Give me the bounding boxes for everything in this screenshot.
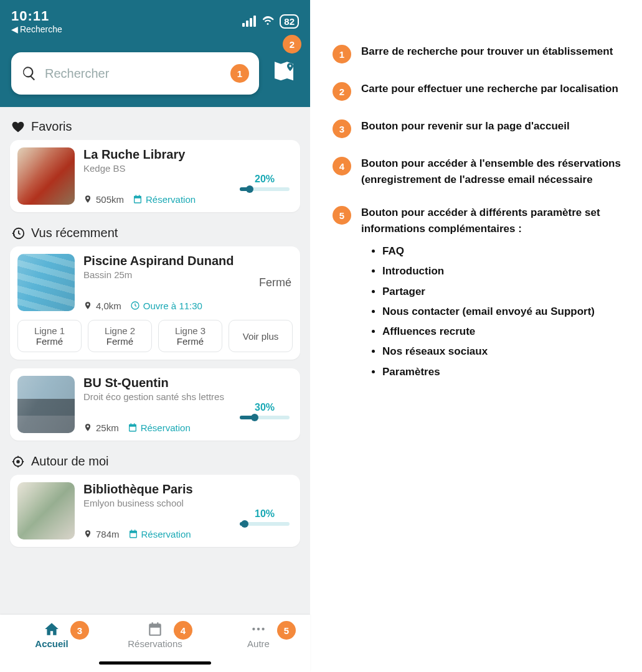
occupancy-bar [240,522,290,526]
card-title: BU St-Quentin [83,376,293,390]
pin-icon [83,528,92,539]
legend-bullet: Nous contacter (email envoyé au Support) [382,302,626,322]
recent-card-bu[interactable]: BU St-Quentin Droit éco gestion santé sh… [10,368,300,441]
annotation-2: 2 [283,35,301,54]
nav-reservations[interactable]: Réservations 4 [111,621,199,649]
thumbnail [17,482,75,539]
section-around-label: Autour de moi [31,454,109,469]
card-title: Bibliothèque Paris [83,482,293,497]
occupancy-bar [240,187,290,191]
legend-num-1: 1 [333,45,351,63]
search-icon [21,65,37,82]
cellular-icon [242,16,256,27]
section-recent: Vus récemment [10,221,300,246]
reservation-label: Réservation [141,422,191,433]
clock: 10:11 [11,8,62,24]
thumbnail [17,254,75,311]
heart-icon [11,120,25,134]
legend-text-5: Bouton pour accéder à différents paramèt… [361,207,600,235]
home-icon [44,621,60,637]
lane-chip-1[interactable]: Ligne 1 Fermé [17,320,82,352]
legend-text-1: Barre de recherche pour trouver un établ… [361,44,613,60]
reservation-link[interactable]: Réservation [133,194,196,205]
calendar-icon [128,529,138,539]
section-favorites-label: Favoris [31,119,72,134]
calendar-nav-icon [147,621,163,637]
nav-other[interactable]: Autre 5 [215,621,302,649]
lane-chip-3[interactable]: Ligne 3 Fermé [158,320,222,352]
card-distance: 505km [96,194,124,205]
map-icon [271,60,296,85]
card-subtitle: Droit éco gestion santé shs lettres [83,391,293,402]
reservation-link[interactable]: Réservation [128,422,191,433]
legend-text-3: Bouton pour revenir sur la page d'accuei… [361,118,570,134]
search-header: 1 2 [0,37,310,107]
legend-bullet: Introduction [382,261,626,281]
more-icon [250,621,267,637]
opens-at: Ouvre à 11:30 [130,301,202,311]
status-closed: Fermé [259,276,291,289]
occupancy-bar [240,416,290,419]
card-distance: 784m [96,529,120,539]
phone-frame: 10:11 ◀ Recherche 82 1 2 Fa [0,0,310,672]
svg-point-4 [252,628,255,630]
section-favorites: Favoris [10,114,300,140]
legend-bullet: Nos réseaux sociaux [382,342,626,362]
nav-reservations-label: Réservations [128,638,182,649]
back-label: Recherche [20,24,62,34]
history-icon [11,226,25,240]
legend-bullet: Affluences recrute [382,322,626,342]
content-scroll[interactable]: Favoris La Ruche Library Kedge BS 505km … [0,107,310,615]
legend-bullets: FAQ Introduction Partager Nous contacter… [382,241,626,382]
occupancy-pct: 30% [237,402,293,413]
thumbnail [17,376,75,433]
legend-bullet: FAQ [382,241,626,261]
back-to-search[interactable]: ◀ Recherche [11,24,62,34]
opens-label: Ouvre à 11:30 [143,301,202,311]
legend-text-4: Bouton pour accéder à l'ensemble des rés… [361,156,626,187]
card-title: La Ruche Library [83,147,293,162]
annotation-4: 4 [174,621,192,640]
calendar-icon [133,194,143,204]
card-distance: 25km [96,422,119,433]
occupancy-pct: 10% [237,508,293,520]
lane-chip-2[interactable]: Ligne 2 Fermé [88,320,152,352]
annotation-1: 1 [230,64,249,83]
legend-num-3: 3 [333,119,351,138]
reservation-label: Réservation [146,194,196,205]
wifi-icon [261,16,275,27]
annotation-3: 3 [70,621,89,640]
recent-card-pool[interactable]: Piscine Aspirand Dunand Bassin 25m 4,0km… [10,246,300,360]
map-button[interactable] [271,60,296,87]
legend-bullet: Paramètres [382,362,626,382]
thumbnail [17,147,75,205]
see-more-button[interactable]: Voir plus [229,320,293,352]
nav-other-label: Autre [247,638,270,649]
annotation-5: 5 [277,621,296,640]
calendar-icon [128,422,138,432]
legend-text-2: Carte pour effectuer une recherche par l… [361,81,618,97]
legend-num-4: 4 [333,157,351,175]
back-arrow-icon: ◀ [11,24,18,34]
card-subtitle: Kedge BS [83,163,293,174]
legend-bullet: Partager [382,282,626,302]
legend-num-2: 2 [333,82,351,101]
pin-icon [83,422,92,433]
target-icon [11,455,25,469]
reservation-link[interactable]: Réservation [128,529,191,539]
favorite-card[interactable]: La Ruche Library Kedge BS 505km Réservat… [10,140,300,212]
pin-icon [83,194,92,205]
legend-panel: 1 Barre de recherche pour trouver un éta… [310,0,642,672]
pin-icon [83,300,92,311]
section-recent-label: Vus récemment [31,226,118,240]
nav-home[interactable]: Accueil 3 [8,621,95,649]
card-subtitle: Emlyon business school [83,498,293,508]
svg-point-6 [262,628,264,630]
card-distance: 4,0km [96,301,121,311]
search-input[interactable] [45,67,223,81]
around-card[interactable]: Bibliothèque Paris Emlyon business schoo… [10,475,300,547]
card-title: Piscine Aspirand Dunand [83,254,293,268]
legend-num-5: 5 [333,206,351,225]
search-box[interactable]: 1 [11,52,259,95]
bottom-nav: Accueil 3 Réservations 4 Autre 5 [0,615,310,672]
